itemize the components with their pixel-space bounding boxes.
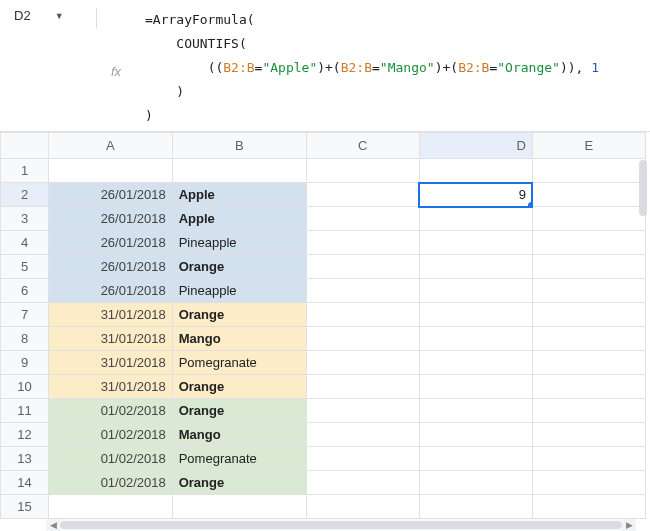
cell[interactable]: 31/01/2018 [49,351,173,375]
cell[interactable] [419,255,532,279]
cell[interactable] [306,279,419,303]
cell[interactable]: Orange [172,399,306,423]
cell[interactable] [532,423,645,447]
cell[interactable] [419,159,532,183]
col-header-C[interactable]: C [306,133,419,159]
cell[interactable] [306,447,419,471]
cell[interactable]: 26/01/2018 [49,207,173,231]
cell[interactable]: 26/01/2018 [49,231,173,255]
cell[interactable]: Pomegranate [172,351,306,375]
scroll-left-icon[interactable]: ◀ [46,519,60,531]
cell[interactable]: 31/01/2018 [49,303,173,327]
cell[interactable] [172,159,306,183]
row-header[interactable]: 7 [1,303,49,327]
cell[interactable] [532,351,645,375]
cell[interactable]: 31/01/2018 [49,375,173,399]
row-header[interactable]: 12 [1,423,49,447]
chevron-down-icon[interactable]: ▼ [55,11,64,21]
cell[interactable] [306,495,419,519]
cell[interactable] [419,279,532,303]
row-header[interactable]: 10 [1,375,49,399]
cell[interactable] [419,351,532,375]
cell[interactable] [532,183,645,207]
cell[interactable] [419,303,532,327]
cell[interactable] [306,207,419,231]
cell[interactable] [532,495,645,519]
cell[interactable]: Orange [172,255,306,279]
cell[interactable]: Orange [172,303,306,327]
cell[interactable]: 01/02/2018 [49,447,173,471]
cell[interactable] [306,423,419,447]
cell[interactable] [419,375,532,399]
cell[interactable]: Orange [172,375,306,399]
cell[interactable] [532,327,645,351]
sheet-grid[interactable]: A B C D E 1226/01/2018Apple9326/01/2018A… [0,132,646,519]
cell[interactable] [306,375,419,399]
cell[interactable] [419,423,532,447]
row-header[interactable]: 2 [1,183,49,207]
row-header[interactable]: 13 [1,447,49,471]
row-header[interactable]: 9 [1,351,49,375]
cell[interactable]: 31/01/2018 [49,327,173,351]
cell[interactable] [306,471,419,495]
scroll-thumb[interactable] [60,521,622,529]
cell[interactable] [306,255,419,279]
row-header[interactable]: 8 [1,327,49,351]
cell[interactable] [49,159,173,183]
cell[interactable]: 01/02/2018 [49,423,173,447]
cell[interactable] [532,471,645,495]
cell[interactable]: 01/02/2018 [49,399,173,423]
cell[interactable] [306,351,419,375]
cell[interactable] [532,303,645,327]
cell[interactable]: Mango [172,423,306,447]
name-box[interactable]: D2 ▼ [0,4,96,23]
cell[interactable]: Apple [172,207,306,231]
cell[interactable] [306,399,419,423]
cell[interactable]: 26/01/2018 [49,183,173,207]
row-header[interactable]: 3 [1,207,49,231]
cell[interactable] [306,303,419,327]
row-header[interactable]: 15 [1,495,49,519]
vertical-scrollbar[interactable] [636,158,650,531]
cell[interactable]: Pineapple [172,279,306,303]
cell[interactable] [306,327,419,351]
cell[interactable]: Mango [172,327,306,351]
cell[interactable] [532,375,645,399]
cell[interactable] [419,495,532,519]
cell[interactable]: Orange [172,471,306,495]
col-header-E[interactable]: E [532,133,645,159]
cell[interactable] [532,399,645,423]
cell[interactable] [49,495,173,519]
cell[interactable] [419,447,532,471]
cell[interactable] [532,255,645,279]
cell[interactable] [419,471,532,495]
cell[interactable] [532,207,645,231]
cell[interactable] [532,159,645,183]
cell[interactable] [306,159,419,183]
col-header-D[interactable]: D [419,133,532,159]
cell[interactable] [419,231,532,255]
row-header[interactable]: 5 [1,255,49,279]
cell[interactable] [172,495,306,519]
cell[interactable]: 01/02/2018 [49,471,173,495]
cell[interactable]: 26/01/2018 [49,255,173,279]
cell[interactable]: Pineapple [172,231,306,255]
formula-input[interactable]: fx =ArrayFormula( COUNTIFS( ((B2:B="Appl… [97,4,650,128]
scroll-thumb[interactable] [639,160,647,216]
cell[interactable]: 9 [419,183,532,207]
row-header[interactable]: 11 [1,399,49,423]
cell[interactable]: 26/01/2018 [49,279,173,303]
col-header-A[interactable]: A [49,133,173,159]
row-header[interactable]: 1 [1,159,49,183]
select-all-corner[interactable] [1,133,49,159]
cell[interactable] [532,279,645,303]
cell[interactable] [419,207,532,231]
cell[interactable] [306,183,419,207]
cell[interactable] [306,231,419,255]
cell[interactable]: Pomegranate [172,447,306,471]
cell[interactable]: Apple [172,183,306,207]
horizontal-scrollbar[interactable]: ◀ ▶ [46,519,636,531]
col-header-B[interactable]: B [172,133,306,159]
row-header[interactable]: 6 [1,279,49,303]
row-header[interactable]: 14 [1,471,49,495]
